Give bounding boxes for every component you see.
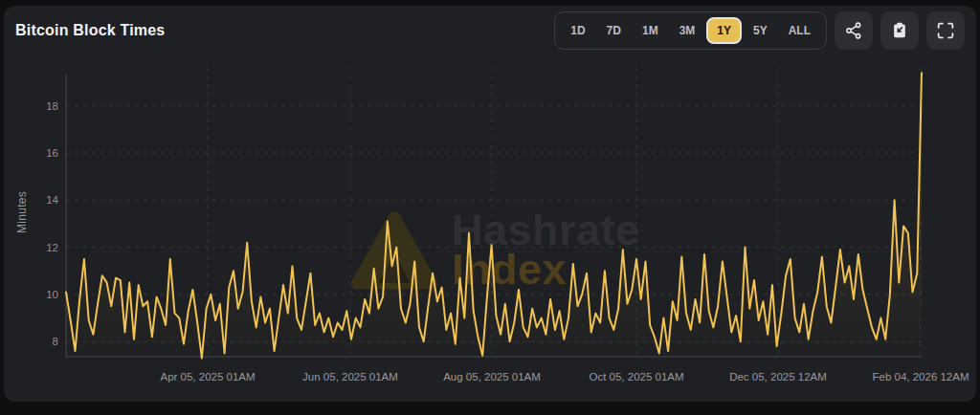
series-area [66, 73, 922, 358]
y-tick-label: 14 [46, 194, 58, 206]
x-tick-label: Dec 05, 2025 12AM [729, 371, 827, 382]
y-tick-label: 16 [46, 147, 58, 159]
range-button-7d[interactable]: 7D [597, 18, 631, 43]
chart-header: Bitcoin Block Times 1D7D1M3M1Y5YALL [0, 6, 980, 55]
x-tick-label: Apr 05, 2025 01AM [160, 371, 255, 382]
share-button[interactable] [835, 11, 873, 50]
x-tick-label: Aug 05, 2025 01AM [443, 371, 541, 382]
y-tick-label: 18 [46, 100, 58, 112]
x-tick-label: Jun 05, 2025 01AM [302, 371, 398, 382]
x-tick-label: Feb 04, 2026 12AM [873, 371, 969, 382]
fullscreen-button[interactable] [926, 11, 965, 50]
chart-title: Bitcoin Block Times [15, 22, 165, 39]
clipboard-icon [889, 20, 910, 41]
y-tick-label: 8 [53, 336, 58, 347]
y-tick-label: 10 [46, 289, 58, 300]
range-button-1m[interactable]: 1M [633, 18, 668, 43]
export-image-button[interactable] [880, 11, 919, 50]
share-icon [843, 20, 864, 41]
y-axis-title: Minutes [15, 174, 29, 251]
toolbar: 1D7D1M3M1Y5YALL [554, 11, 965, 50]
x-tick-label: Oct 05, 2025 01AM [589, 371, 683, 382]
y-tick-label: 12 [46, 242, 58, 253]
range-button-all[interactable]: ALL [779, 18, 820, 43]
block-times-chart[interactable]: Apr 05, 2025 01AMJun 05, 2025 01AMAug 05… [0, 0, 980, 415]
range-button-5y[interactable]: 5Y [744, 18, 777, 43]
range-button-3m[interactable]: 3M [670, 18, 705, 43]
fullscreen-icon [935, 20, 956, 41]
range-button-1y[interactable]: 1Y [706, 17, 742, 44]
range-button-1d[interactable]: 1D [561, 18, 594, 43]
time-range-selector: 1D7D1M3M1Y5YALL [554, 11, 827, 50]
